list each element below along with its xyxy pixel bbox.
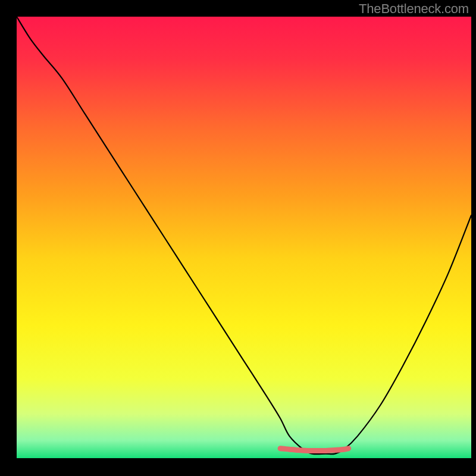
chart-frame: TheBottleneck.com [0,0,476,476]
plot-background [17,17,471,458]
series-optimal-band [280,449,349,451]
chart-canvas [0,0,476,476]
